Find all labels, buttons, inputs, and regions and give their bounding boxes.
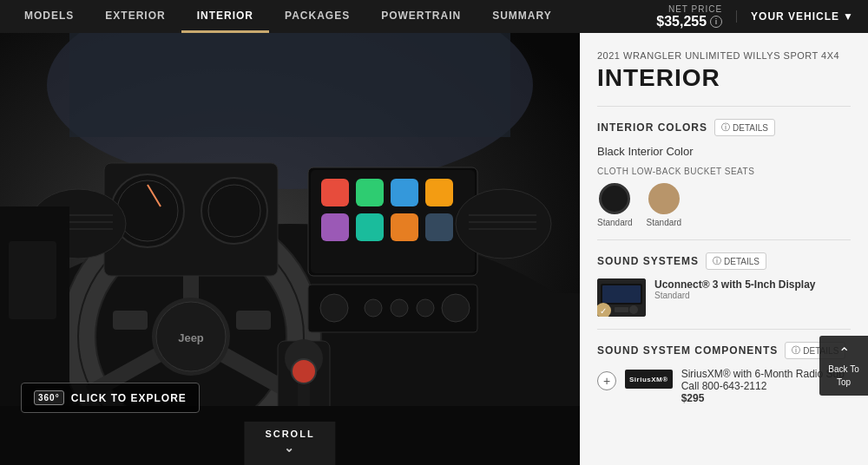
svg-point-36 bbox=[391, 299, 408, 317]
section-title: INTERIOR bbox=[597, 64, 851, 92]
black-swatch-label: Standard bbox=[597, 218, 633, 227]
scroll-button[interactable]: SCROLL ⌄ bbox=[244, 422, 335, 465]
chevron-down-icon: ⌄ bbox=[284, 441, 296, 455]
sound-item: ✓ Uconnect® 3 with 5-Inch Display Standa… bbox=[597, 278, 851, 317]
nav-right: NET PRICE $35,255 i YOUR VEHICLE ▼ bbox=[656, 4, 868, 29]
explore-360-button[interactable]: 360° CLICK TO EXPLORE bbox=[21, 383, 200, 413]
svg-rect-52 bbox=[9, 241, 56, 319]
add-component-button[interactable]: + bbox=[597, 371, 616, 390]
component-item: + SiriusXM® SiriusXM® with 6-Month Radio… bbox=[597, 368, 851, 404]
selected-check-badge: ✓ bbox=[597, 303, 611, 317]
svg-rect-31 bbox=[391, 213, 418, 241]
nav-item-exterior[interactable]: EXTERIOR bbox=[89, 0, 181, 33]
net-price-block: NET PRICE $35,255 i bbox=[656, 4, 722, 29]
svg-text:Jeep: Jeep bbox=[178, 331, 204, 344]
swatch-black[interactable]: Standard bbox=[597, 183, 633, 227]
svg-point-37 bbox=[417, 299, 434, 317]
svg-rect-26 bbox=[356, 179, 384, 206]
black-swatch[interactable] bbox=[599, 183, 630, 214]
svg-rect-59 bbox=[615, 307, 628, 312]
svg-point-19 bbox=[201, 178, 267, 244]
svg-rect-3 bbox=[69, 33, 510, 137]
sound-tag: Standard bbox=[654, 291, 851, 300]
nav-item-models[interactable]: MODELS bbox=[9, 0, 89, 33]
info-circle-icon: ⓘ bbox=[713, 255, 721, 267]
svg-rect-32 bbox=[425, 213, 453, 241]
main-image-area: Jeep bbox=[0, 33, 580, 465]
seats-label: CLOTH LOW-BACK BUCKET SEATS bbox=[597, 167, 851, 176]
sound-systems-details-button[interactable]: ⓘ DETAILS bbox=[706, 252, 766, 270]
svg-point-50 bbox=[292, 359, 316, 383]
nav-item-summary[interactable]: SUMMARY bbox=[477, 0, 568, 33]
nav-item-interior[interactable]: INTERIOR bbox=[181, 0, 269, 33]
sound-components-label: SOUND SYSTEM COMPONENTS bbox=[597, 344, 778, 357]
sound-info: Uconnect® 3 with 5-Inch Display Standard bbox=[654, 278, 851, 300]
interior-colors-label: INTERIOR COLORS bbox=[597, 121, 707, 134]
vehicle-subtitle: 2021 WRANGLER UNLIMITED WILLYS SPORT 4X4 bbox=[597, 50, 851, 61]
back-to-top-button[interactable]: ⌃ Back To Top bbox=[819, 336, 868, 396]
svg-point-35 bbox=[365, 299, 382, 317]
net-price-value: $35,255 i bbox=[656, 14, 722, 29]
nav-items: MODELS EXTERIOR INTERIOR PACKAGES POWERT… bbox=[0, 0, 656, 33]
svg-rect-29 bbox=[321, 213, 349, 241]
svg-rect-30 bbox=[356, 213, 384, 241]
swatch-tan[interactable]: Standard bbox=[647, 183, 682, 227]
svg-rect-28 bbox=[425, 179, 453, 206]
svg-rect-16 bbox=[236, 311, 271, 330]
chevron-down-icon: ▼ bbox=[843, 10, 854, 23]
explore-label: CLICK TO EXPLORE bbox=[71, 392, 187, 404]
svg-rect-25 bbox=[321, 179, 349, 206]
chevron-up-icon: ⌃ bbox=[838, 344, 850, 361]
tan-swatch-label: Standard bbox=[647, 218, 682, 227]
sound-thumbnail: ✓ bbox=[597, 278, 646, 317]
svg-rect-15 bbox=[113, 311, 148, 330]
scroll-label: SCROLL bbox=[265, 429, 314, 439]
siriusxm-logo: SiriusXM® bbox=[625, 370, 673, 389]
selected-color-name: Black Interior Color bbox=[597, 145, 851, 158]
svg-point-38 bbox=[442, 294, 470, 322]
info-circle-icon: ⓘ bbox=[792, 344, 800, 357]
tan-swatch[interactable] bbox=[648, 183, 680, 214]
info-circle-icon: ⓘ bbox=[721, 121, 730, 134]
svg-rect-56 bbox=[602, 285, 641, 303]
back-to-top-line2: Top bbox=[837, 377, 851, 387]
sound-name: Uconnect® 3 with 5-Inch Display bbox=[654, 278, 851, 291]
svg-point-57 bbox=[629, 305, 638, 314]
nav-item-powertrain[interactable]: POWERTRAIN bbox=[365, 0, 477, 33]
nav-item-packages[interactable]: PACKAGES bbox=[269, 0, 365, 33]
price-info-icon[interactable]: i bbox=[710, 16, 722, 28]
sound-components-header: SOUND SYSTEM COMPONENTS ⓘ DETAILS bbox=[597, 342, 851, 359]
svg-point-40 bbox=[456, 189, 551, 259]
color-swatches: Standard Standard bbox=[597, 183, 851, 227]
interior-colors-header: INTERIOR COLORS ⓘ DETAILS bbox=[597, 119, 851, 136]
sound-systems-label: SOUND SYSTEMS bbox=[597, 255, 699, 267]
right-panel: 2021 WRANGLER UNLIMITED WILLYS SPORT 4X4… bbox=[580, 33, 868, 465]
nav-bar: MODELS EXTERIOR INTERIOR PACKAGES POWERT… bbox=[0, 0, 868, 33]
interior-colors-details-button[interactable]: ⓘ DETAILS bbox=[714, 119, 775, 136]
svg-rect-27 bbox=[391, 179, 418, 206]
your-vehicle-button[interactable]: YOUR VEHICLE ▼ bbox=[736, 10, 854, 23]
svg-point-34 bbox=[320, 294, 348, 322]
back-to-top-line1: Back To bbox=[828, 364, 858, 374]
net-price-label: NET PRICE bbox=[656, 4, 722, 14]
sound-systems-header: SOUND SYSTEMS ⓘ DETAILS bbox=[597, 252, 851, 270]
360-badge: 360° bbox=[34, 390, 64, 405]
